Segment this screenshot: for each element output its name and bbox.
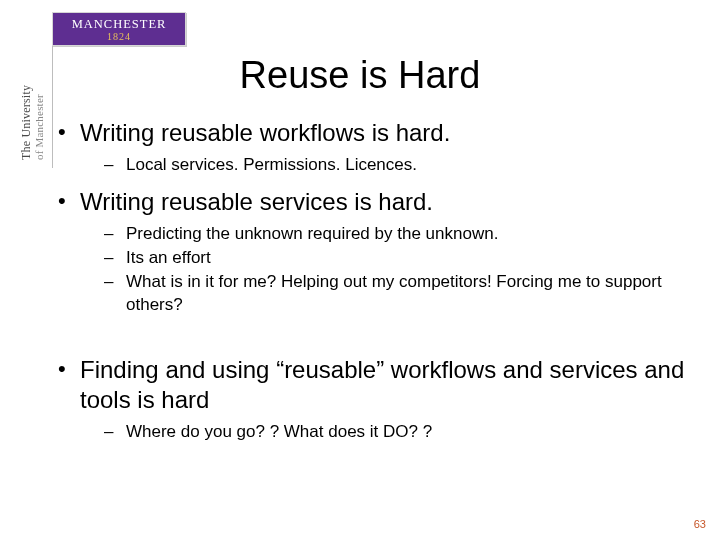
bullet-list-1: Writing reusable workflows is hard. Loca… bbox=[56, 118, 690, 317]
spacer bbox=[56, 327, 690, 355]
slide: The University of Manchester MANCHESTER … bbox=[0, 0, 720, 540]
bullet-text: Writing reusable workflows is hard. bbox=[80, 119, 450, 146]
sub-list: Where do you go? ? What does it DO? ? bbox=[80, 421, 690, 444]
sub-item: Predicting the unknown required by the u… bbox=[104, 223, 690, 246]
slide-content: Writing reusable workflows is hard. Loca… bbox=[56, 118, 690, 454]
bullet-text: Writing reusable services is hard. bbox=[80, 188, 433, 215]
sub-item: Its an effort bbox=[104, 247, 690, 270]
sub-text: Predicting the unknown required by the u… bbox=[126, 224, 498, 243]
sub-text: Local services. Permissions. Licences. bbox=[126, 155, 417, 174]
sub-text: Where do you go? ? What does it DO? ? bbox=[126, 422, 432, 441]
logo-line2: 1824 bbox=[107, 31, 131, 42]
sub-list: Local services. Permissions. Licences. bbox=[80, 154, 690, 177]
bullet-list-2: Finding and using “reusable” workflows a… bbox=[56, 355, 690, 444]
bullet-item: Writing reusable services is hard. Predi… bbox=[56, 187, 690, 317]
manchester-logo: MANCHESTER 1824 bbox=[52, 12, 186, 46]
sidebar-line2: of Manchester bbox=[33, 94, 45, 160]
bullet-item: Writing reusable workflows is hard. Loca… bbox=[56, 118, 690, 177]
sub-list: Predicting the unknown required by the u… bbox=[80, 223, 690, 317]
logo-line1: MANCHESTER bbox=[72, 17, 167, 32]
sub-item: What is in it for me? Helping out my com… bbox=[104, 271, 690, 317]
sub-item: Local services. Permissions. Licences. bbox=[104, 154, 690, 177]
sub-item: Where do you go? ? What does it DO? ? bbox=[104, 421, 690, 444]
page-number: 63 bbox=[694, 518, 706, 530]
bullet-item: Finding and using “reusable” workflows a… bbox=[56, 355, 690, 444]
sub-text: What is in it for me? Helping out my com… bbox=[126, 272, 662, 314]
slide-title: Reuse is Hard bbox=[0, 54, 720, 97]
sub-text: Its an effort bbox=[126, 248, 211, 267]
bullet-text: Finding and using “reusable” workflows a… bbox=[80, 356, 684, 413]
